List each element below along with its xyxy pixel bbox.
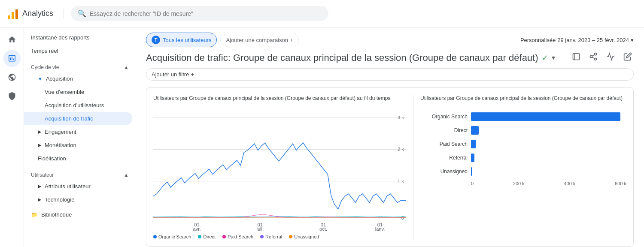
sidebar-item-engagement[interactable]: ▶ Engagement — [24, 125, 132, 139]
chevron-down-title-icon[interactable]: ▾ — [552, 54, 555, 62]
cycle-vie-label: Cycle de vie — [31, 64, 59, 70]
attributs-utilisateur-label: Attributs utilisateur — [45, 183, 91, 190]
svg-line-11 — [592, 54, 595, 56]
page-title-text: Acquisition de trafic: Groupe de canaux … — [146, 52, 538, 63]
bar-label-referral: Referral — [420, 155, 468, 161]
bar-chart-x-axis: 0 200 k 400 k 600 k — [420, 181, 626, 186]
share-button[interactable] — [587, 51, 599, 65]
utilisateur-label: Utilisateur — [31, 172, 54, 178]
sidebar-item-monetisation[interactable]: ▶ Monétisation — [24, 139, 132, 152]
sidebar-section-top: Instantané des rapports Temps réel — [24, 31, 136, 57]
svg-rect-4 — [12, 12, 14, 19]
x-label-600k: 600 k — [615, 181, 626, 186]
legend-label-unassigned: Unassigned — [294, 234, 319, 239]
acquisition-utilisateurs-label: Acquisition d'utilisateurs — [45, 102, 104, 108]
bar-label-organic: Organic Search — [420, 114, 468, 120]
bar-fill-organic — [471, 112, 620, 121]
sidebar-item-bibliotheque[interactable]: 📁 Bibliothèque — [24, 208, 136, 221]
svg-rect-3 — [8, 15, 10, 19]
fidelisation-label: Fidélisation — [38, 155, 66, 162]
bar-track-unassigned — [471, 167, 626, 176]
bookmark-button[interactable] — [570, 51, 582, 65]
bar-track-organic — [471, 112, 626, 121]
bar-chart-title: Utilisateurs par Groupe de canaux princi… — [420, 95, 626, 102]
referral-line — [153, 217, 406, 217]
main-layout: Instantané des rapports Temps réel Cycle… — [0, 27, 644, 247]
line-chart-svg: 3 k 2 k 1 k 0 — [153, 109, 406, 231]
legend-organic-search: Organic Search — [153, 234, 191, 239]
legend-referral: Referral — [260, 234, 282, 239]
legend-dot-unassigned — [289, 235, 292, 238]
legend-paid-search: Paid Search — [222, 234, 253, 239]
organic-search-line — [153, 143, 406, 209]
add-comparison-button[interactable]: Ajouter une comparaison + — [220, 34, 298, 46]
svg-text:3 k: 3 k — [398, 115, 404, 120]
acquisition-trafic-label: Acquisition de trafic — [45, 115, 93, 122]
sidebar-item-fidelisation[interactable]: Fidélisation — [24, 152, 132, 165]
instantane-label: Instantané des rapports — [31, 34, 90, 41]
legend-label-direct: Direct — [203, 234, 216, 239]
line-chart-panel: Utilisateurs par Groupe de canaux princi… — [153, 95, 406, 239]
add-comparison-label: Ajouter une comparaison — [226, 37, 288, 43]
bar-row-unassigned: Unassigned — [420, 167, 626, 176]
logo-area: Analytics — [7, 8, 53, 20]
search-input[interactable] — [90, 10, 322, 17]
bar-fill-paid — [471, 140, 476, 148]
edit-button[interactable] — [622, 51, 634, 65]
svg-point-8 — [590, 56, 592, 58]
sidebar-item-vue-ensemble[interactable]: Vue d'ensemble — [24, 85, 132, 99]
date-value: 29 janv. 2023 – 25 févr. 2024 — [557, 37, 629, 43]
sidebar-item-technologie[interactable]: ▶ Technologie — [24, 193, 132, 206]
bar-row-paid: Paid Search — [420, 140, 626, 148]
legend-dot-paid — [222, 235, 226, 238]
chevron-right-icon: ▶ — [38, 129, 41, 135]
chevron-down-icon: ▾ — [631, 37, 634, 43]
svg-point-7 — [595, 53, 597, 55]
nav-advertising[interactable] — [3, 87, 21, 105]
tous-utilisateurs-label: Tous les utilisateurs — [163, 37, 211, 43]
bar-row-organic: Organic Search — [420, 112, 626, 121]
technologie-label: Technologie — [45, 196, 74, 203]
analytics-logo-icon — [7, 8, 19, 20]
bibliotheque-label: Bibliothèque — [41, 211, 72, 218]
search-bar[interactable]: 🔍 — [71, 6, 328, 21]
sidebar-category-utilisateur[interactable]: Utilisateur ▲ — [24, 167, 136, 180]
sidebar-item-temps-reel[interactable]: Temps réel — [24, 44, 132, 57]
bar-chart-container: Organic Search Direct Paid Search — [420, 109, 626, 188]
svg-text:2 k: 2 k — [398, 147, 404, 152]
filter-bar: T Tous les utilisateurs Ajouter une comp… — [146, 27, 634, 51]
legend-unassigned: Unassigned — [289, 234, 319, 239]
chevron-up-icon: ▲ — [124, 64, 129, 70]
svg-text:juil.: juil. — [256, 226, 264, 231]
svg-text:oct.: oct. — [319, 226, 327, 231]
sidebar-item-acquisition-utilisateurs[interactable]: Acquisition d'utilisateurs — [24, 99, 132, 112]
topbar: Analytics 🔍 — [0, 0, 644, 27]
sparkline-button[interactable] — [605, 51, 617, 65]
nav-home[interactable] — [3, 31, 21, 48]
svg-text:janv.: janv. — [375, 226, 385, 231]
charts-container: Utilisateurs par Groupe de canaux princi… — [146, 87, 634, 247]
bar-label-paid: Paid Search — [420, 141, 468, 147]
date-range-selector[interactable]: Personnalisée 29 janv. 2023 – 25 févr. 2… — [520, 37, 634, 43]
page-title: Acquisition de trafic: Groupe de canaux … — [146, 52, 555, 63]
add-filter-plus-icon: + — [191, 71, 194, 78]
x-label-400k: 400 k — [564, 181, 575, 186]
engagement-label: Engagement — [45, 129, 76, 135]
chevron-up-icon-2: ▲ — [124, 172, 129, 178]
plus-icon: + — [290, 37, 293, 43]
sidebar-item-instantane[interactable]: Instantané des rapports — [24, 31, 132, 44]
bar-fill-referral — [471, 154, 474, 162]
legend-dot-referral — [260, 235, 264, 238]
sidebar-item-acquisition[interactable]: ▼ Acquisition — [24, 72, 132, 85]
sidebar-category-cycle-vie[interactable]: Cycle de vie ▲ — [24, 59, 136, 72]
sidebar-item-attributs-utilisateur[interactable]: ▶ Attributs utilisateur — [24, 180, 132, 193]
sidebar-item-acquisition-trafic[interactable]: Acquisition de trafic — [24, 112, 132, 125]
bar-fill-direct — [471, 126, 479, 135]
nav-explore[interactable] — [3, 69, 21, 86]
tous-utilisateurs-chip[interactable]: T Tous les utilisateurs — [146, 33, 217, 47]
svg-point-9 — [595, 58, 597, 60]
x-label-200k: 200 k — [513, 181, 525, 186]
nav-reports[interactable] — [3, 50, 21, 67]
add-filter-button[interactable]: Ajouter un filtre + — [146, 68, 634, 81]
check-circle-icon: ✓ — [542, 53, 548, 63]
